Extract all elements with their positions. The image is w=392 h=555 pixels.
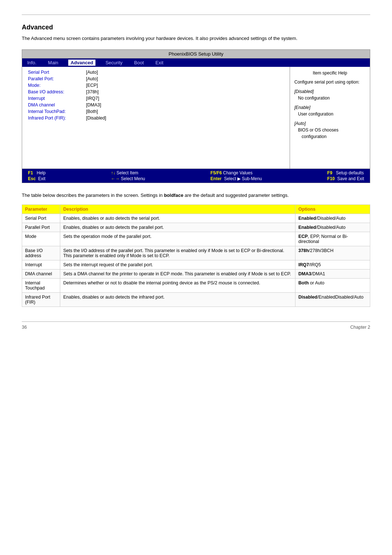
bios-key-enter: Enter Select ▶ Sub-Menu xyxy=(211,176,262,181)
bios-param-base-io: Base I/O address: [378h] xyxy=(28,89,284,94)
bios-nav-security[interactable]: Security xyxy=(104,60,124,66)
opts-serial-port: Enabled/Disabled/Auto xyxy=(295,214,370,223)
desc-touchpad: Determines whether or not to disable the… xyxy=(60,279,295,293)
page-footer: 36 Chapter 2 xyxy=(22,321,370,330)
bios-key-f9: F9 Setup defaults xyxy=(327,170,364,175)
bios-footer-col-4: F9 Setup defaults F10 Save and Exit xyxy=(327,170,364,181)
bios-footer-col-3: F5/F6 Change Values Enter Select ▶ Sub-M… xyxy=(211,170,262,181)
table-row: Base I/O address Sets the I/O address of… xyxy=(22,246,370,260)
bios-nav-info[interactable]: Info. xyxy=(26,60,38,66)
desc-base-io: Sets the I/O address of the parallel por… xyxy=(60,246,295,260)
opts-touchpad: Both or Auto xyxy=(295,279,370,293)
desc-interrupt: Sets the interrupt request of the parall… xyxy=(60,260,295,270)
bios-key-esc: Esc Exit xyxy=(28,176,46,181)
chapter-label: Chapter 2 xyxy=(350,325,370,330)
bios-help-content: Configure serial port using option: [Dis… xyxy=(294,79,366,140)
bios-param-parallel-port: Parallel Port: [Auto] xyxy=(28,76,284,81)
parameters-table: Parameter Description Options Serial Por… xyxy=(22,204,370,307)
description-paragraph: The table below describes the parameters… xyxy=(22,192,370,199)
page-title: Advanced xyxy=(22,24,370,31)
bios-param-touchpad: Internal TouchPad: [Both] xyxy=(28,109,284,114)
col-header-description: Description xyxy=(60,205,295,214)
opts-mode: ECP, EPP, Normal or Bi-directional xyxy=(295,232,370,246)
help-section-1: Configure serial port using option: xyxy=(294,79,366,85)
bios-screen: PhoenixBIOS Setup Utility Info. Main Adv… xyxy=(22,49,370,183)
bios-nav-advanced[interactable]: Advanced xyxy=(68,60,95,66)
bios-footer: F1 Help Esc Exit ↑↓ Select Item ←→ Selec… xyxy=(22,169,370,183)
bios-key-leftright: ←→ Select Menu xyxy=(111,176,145,181)
col-header-options: Options xyxy=(295,205,370,214)
bios-nav-boot[interactable]: Boot xyxy=(133,60,146,66)
table-row: Mode Sets the operation mode of the para… xyxy=(22,232,370,246)
help-section-auto: [Auto] BIOS or OS chooses configuration xyxy=(294,120,366,140)
intro-paragraph: The Advanced menu screen contains parame… xyxy=(22,35,370,42)
bios-param-dma: DMA channel [DMA3] xyxy=(28,102,284,108)
param-base-io: Base I/O address xyxy=(22,246,60,260)
desc-serial-port: Enables, disables or auto detects the se… xyxy=(60,214,295,223)
bios-param-mode: Mode: [ECP] xyxy=(28,83,284,88)
param-touchpad: Internal Touchpad xyxy=(22,279,60,293)
opts-fir: Disabled/EnabledDisabled/Auto xyxy=(295,293,370,307)
bios-param-fir: Infrared Port (FIR): [Disabled] xyxy=(28,116,284,121)
bios-nav-bar: Info. Main Advanced Security Boot Exit xyxy=(22,58,370,67)
desc-fir: Enables, disables or auto detects the in… xyxy=(60,293,295,307)
opts-interrupt: IRQ7/IRQ5 xyxy=(295,260,370,270)
bios-key-updown: ↑↓ Select Item xyxy=(111,170,145,175)
table-row: DMA channel Sets a DMA channel for the p… xyxy=(22,270,370,279)
bios-body: Serial Port [Auto] Parallel Port: [Auto]… xyxy=(22,67,370,169)
table-row: Interrupt Sets the interrupt request of … xyxy=(22,260,370,270)
desc-mode: Sets the operation mode of the parallel … xyxy=(60,232,295,246)
desc-parallel-port: Enables, disables or auto detects the pa… xyxy=(60,223,295,232)
table-row: Serial Port Enables, disables or auto de… xyxy=(22,214,370,223)
opts-dma: DMA3/DMA1 xyxy=(295,270,370,279)
help-section-enable: [Enable] User configuration xyxy=(294,104,366,117)
bios-footer-col-1: F1 Help Esc Exit xyxy=(28,170,46,181)
col-header-parameter: Parameter xyxy=(22,205,60,214)
bios-key-f5f6: F5/F6 Change Values xyxy=(211,170,262,175)
bios-params-panel: Serial Port [Auto] Parallel Port: [Auto]… xyxy=(22,67,290,169)
param-fir: Infrared Port (FIR) xyxy=(22,293,60,307)
param-interrupt: Interrupt xyxy=(22,260,60,270)
bios-param-serial-port: Serial Port [Auto] xyxy=(28,70,284,75)
desc-dma: Sets a DMA channel for the printer to op… xyxy=(60,270,295,279)
table-row: Internal Touchpad Determines whether or … xyxy=(22,279,370,293)
param-mode: Mode xyxy=(22,232,60,246)
param-serial-port: Serial Port xyxy=(22,214,60,223)
page-number: 36 xyxy=(22,325,27,330)
top-divider xyxy=(22,15,370,15)
table-row: Infrared Port (FIR) Enables, disables or… xyxy=(22,293,370,307)
bios-help-panel: Item specific Help Configure serial port… xyxy=(290,67,370,169)
bios-nav-exit[interactable]: Exit xyxy=(154,60,165,66)
table-row: Parallel Port Enables, disables or auto … xyxy=(22,223,370,232)
bios-param-interrupt: Interrupt [IRQ7] xyxy=(28,96,284,101)
bios-key-f1: F1 Help xyxy=(28,170,46,175)
help-section-disabled: [Disabled] No configuration xyxy=(294,88,366,101)
bios-title-bar: PhoenixBIOS Setup Utility xyxy=(22,50,370,58)
param-dma: DMA channel xyxy=(22,270,60,279)
param-parallel-port: Parallel Port xyxy=(22,223,60,232)
bios-help-title: Item specific Help xyxy=(294,70,366,77)
bios-key-f10: F10 Save and Exit xyxy=(327,176,364,181)
opts-parallel-port: Enabled/Disabled/Auto xyxy=(295,223,370,232)
opts-base-io: 378h/278h/3BCH xyxy=(295,246,370,260)
bios-footer-col-2: ↑↓ Select Item ←→ Select Menu xyxy=(111,170,145,181)
bios-nav-main[interactable]: Main xyxy=(46,60,60,66)
